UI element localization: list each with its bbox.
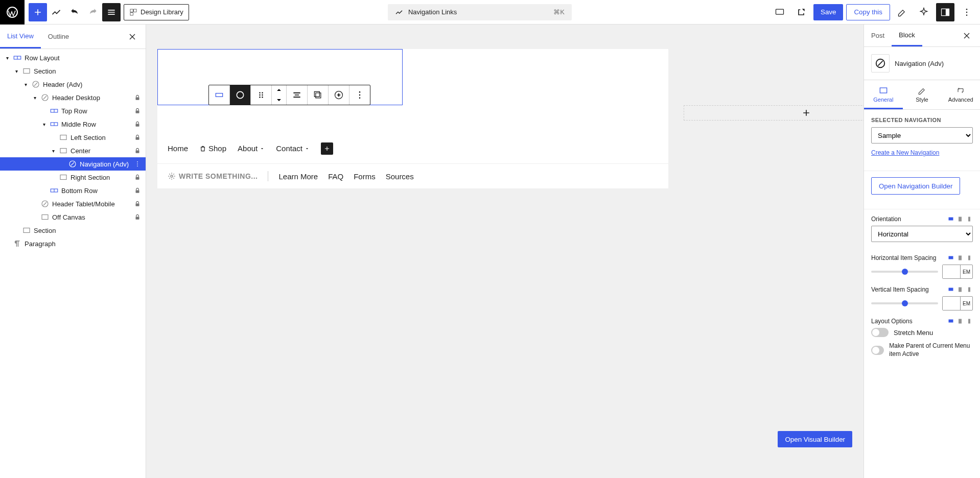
tab-block[interactable]: Block bbox=[892, 25, 922, 46]
toolbar-more[interactable] bbox=[349, 85, 370, 105]
settings-toggle[interactable] bbox=[936, 3, 954, 21]
orientation-select[interactable]: Horizontal bbox=[871, 226, 973, 242]
tree-toggle[interactable]: ▾ bbox=[48, 148, 58, 154]
toolbar-block-type[interactable] bbox=[230, 85, 251, 105]
unit-label[interactable]: EM bbox=[960, 297, 972, 310]
mobile-icon[interactable] bbox=[966, 318, 973, 325]
stretch-menu-toggle[interactable] bbox=[871, 328, 889, 337]
create-new-navigation-link[interactable]: Create a New Navigation bbox=[871, 149, 939, 156]
toolbar-align[interactable] bbox=[287, 85, 308, 105]
tree-item[interactable]: Header Tablet/Mobile bbox=[0, 197, 146, 210]
sub-link[interactable]: FAQ bbox=[328, 172, 343, 181]
close-inspector[interactable] bbox=[958, 27, 976, 45]
close-list-view[interactable] bbox=[123, 28, 142, 46]
desktop-icon[interactable] bbox=[947, 318, 954, 325]
desktop-icon[interactable] bbox=[947, 254, 954, 261]
more-options-button[interactable] bbox=[958, 3, 976, 21]
save-button[interactable]: Save bbox=[813, 4, 843, 20]
tree-item[interactable]: Off Canvas bbox=[0, 210, 146, 224]
tree-toggle[interactable]: ▾ bbox=[30, 95, 40, 101]
v-spacing-slider[interactable] bbox=[871, 302, 938, 304]
tab-outline[interactable]: Outline bbox=[41, 25, 76, 49]
tablet-icon[interactable] bbox=[956, 286, 964, 293]
desktop-icon[interactable] bbox=[947, 286, 954, 293]
inspector-tab-general[interactable]: General bbox=[864, 80, 903, 109]
tree-item[interactable]: ▾Center bbox=[0, 144, 146, 157]
undo-button[interactable] bbox=[65, 3, 84, 21]
device-icons[interactable] bbox=[947, 318, 973, 325]
tablet-icon[interactable] bbox=[956, 216, 964, 223]
sub-link[interactable]: Learn More bbox=[278, 172, 318, 181]
tablet-icon[interactable] bbox=[956, 254, 964, 261]
tree-item[interactable]: ▾Header Desktop bbox=[0, 91, 146, 104]
tree-item[interactable]: ▾Section bbox=[0, 64, 146, 78]
device-icons[interactable] bbox=[947, 286, 973, 293]
tree-toggle[interactable]: ▾ bbox=[39, 122, 49, 127]
tree-toggle[interactable]: ▾ bbox=[20, 82, 31, 87]
edit-button[interactable] bbox=[893, 3, 912, 21]
copy-this-button[interactable]: Copy this bbox=[846, 4, 890, 20]
tree-toggle[interactable]: ▾ bbox=[11, 68, 21, 74]
sub-link[interactable]: Forms bbox=[354, 172, 376, 181]
device-icons[interactable] bbox=[947, 216, 973, 223]
mobile-icon[interactable] bbox=[966, 216, 973, 223]
tree-item[interactable]: Left Section bbox=[0, 131, 146, 144]
chevron-down-icon bbox=[260, 146, 265, 151]
toolbar-drag-handle[interactable] bbox=[251, 85, 272, 105]
sub-link[interactable]: Sources bbox=[386, 172, 414, 181]
nav-link-shop[interactable]: Shop bbox=[199, 144, 226, 153]
tree-item-more[interactable] bbox=[132, 160, 143, 168]
toolbar-parent-block[interactable] bbox=[209, 85, 230, 105]
tree-item[interactable]: Section bbox=[0, 224, 146, 237]
mobile-icon[interactable] bbox=[966, 254, 973, 261]
tree-item[interactable]: Top Row bbox=[0, 104, 146, 117]
ai-button[interactable] bbox=[915, 3, 933, 21]
nav-link-contact[interactable]: Contact bbox=[276, 144, 310, 153]
toolbar-copy[interactable] bbox=[308, 85, 329, 105]
mobile-icon[interactable] bbox=[966, 286, 973, 293]
add-nav-item[interactable] bbox=[321, 142, 333, 155]
redo-button[interactable] bbox=[84, 3, 102, 21]
external-link-button[interactable] bbox=[792, 3, 810, 21]
view-button[interactable] bbox=[771, 3, 789, 21]
device-icons[interactable] bbox=[947, 254, 973, 261]
wp-logo[interactable] bbox=[0, 0, 25, 25]
h-spacing-slider[interactable] bbox=[871, 271, 938, 273]
tab-post[interactable]: Post bbox=[864, 25, 892, 46]
tree-item[interactable]: Navigation (Adv) bbox=[0, 157, 146, 171]
write-prompt[interactable]: WRITE SOMETHING... bbox=[168, 172, 258, 180]
tab-list-view[interactable]: List View bbox=[0, 25, 41, 49]
v-spacing-input[interactable] bbox=[943, 297, 960, 310]
unit-label[interactable]: EM bbox=[960, 265, 972, 278]
tree-toggle[interactable]: ▾ bbox=[2, 55, 12, 61]
stretch-menu-label: Stretch Menu bbox=[894, 329, 933, 337]
open-visual-builder-button[interactable]: Open Visual Builder bbox=[778, 431, 852, 447]
tree-item[interactable]: Bottom Row bbox=[0, 184, 146, 197]
nav-link-home[interactable]: Home bbox=[168, 144, 188, 153]
make-parent-active-toggle[interactable] bbox=[871, 346, 884, 355]
nav-link-about[interactable]: About bbox=[238, 144, 265, 153]
tree-item[interactable]: Paragraph bbox=[0, 237, 146, 250]
desktop-icon[interactable] bbox=[947, 216, 954, 223]
selected-navigation-select[interactable]: Sample bbox=[871, 127, 973, 144]
tree-item[interactable]: ▾Header (Adv) bbox=[0, 78, 146, 91]
open-navigation-builder-button[interactable]: Open Navigation Builder bbox=[871, 177, 960, 195]
toolbar-move[interactable] bbox=[272, 85, 287, 105]
list-view-toggle[interactable] bbox=[102, 3, 121, 21]
design-library-button[interactable]: Design Library bbox=[124, 4, 189, 20]
tree-item[interactable]: Right Section bbox=[0, 171, 146, 184]
tree-item[interactable]: ▾Middle Row bbox=[0, 117, 146, 131]
tree-item[interactable]: ▾Row Layout bbox=[0, 51, 146, 64]
add-block-placeholder[interactable] bbox=[684, 105, 864, 121]
add-block-button[interactable] bbox=[29, 3, 47, 21]
h-spacing-input[interactable] bbox=[943, 265, 960, 278]
inspector-tab-style[interactable]: Style bbox=[903, 80, 942, 109]
svg-rect-25 bbox=[136, 150, 139, 153]
svg-point-52 bbox=[359, 94, 361, 96]
editor-canvas[interactable]: Home Shop About Contact WRITE SOMETHING.… bbox=[157, 49, 668, 189]
toolbar-add[interactable] bbox=[329, 85, 349, 105]
document-title-bar[interactable]: Navigation Links ⌘K bbox=[388, 4, 572, 20]
tools-button[interactable] bbox=[47, 3, 65, 21]
inspector-tab-advanced[interactable]: Advanced bbox=[941, 80, 980, 109]
tablet-icon[interactable] bbox=[956, 318, 964, 325]
